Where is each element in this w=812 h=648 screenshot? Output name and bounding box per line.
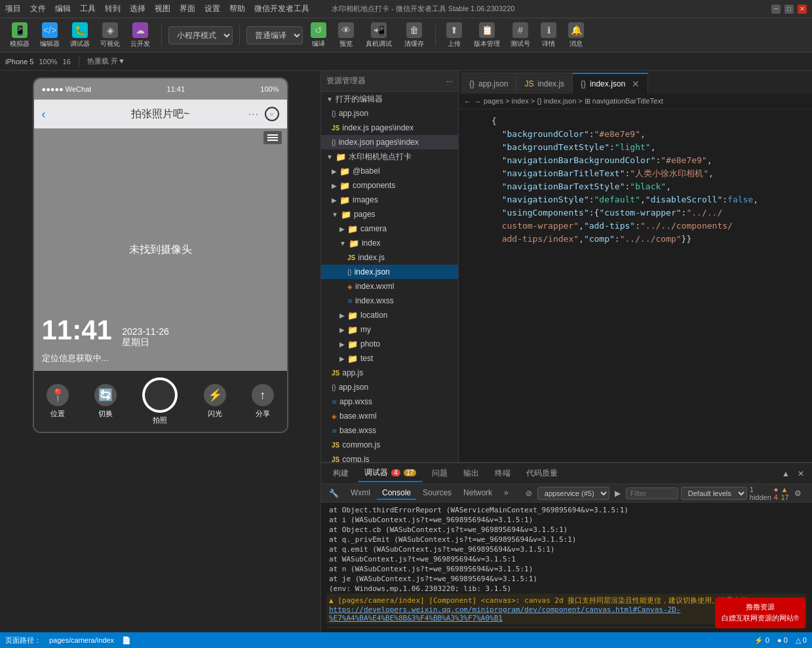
- maximize-button[interactable]: □: [784, 5, 794, 14]
- simulator-button[interactable]: 📱 模拟器: [5, 21, 34, 50]
- menu-item-project[interactable]: 项目: [5, 3, 21, 14]
- detail-button[interactable]: ℹ 详情: [537, 21, 560, 50]
- debug-panel-close-button[interactable]: ✕: [795, 468, 807, 480]
- menu-item-settings[interactable]: 设置: [204, 3, 220, 14]
- close-button[interactable]: ✕: [798, 5, 807, 14]
- phone-share-button[interactable]: ↑ 分享: [252, 384, 274, 419]
- folder-camera[interactable]: ▶ 📁 camera: [321, 221, 458, 236]
- breadcrumb-forward[interactable]: →: [474, 98, 481, 105]
- file-common-js[interactable]: JS common.js: [321, 438, 458, 452]
- open-file-app-json[interactable]: {} app.json: [321, 106, 458, 121]
- phone-switch-button[interactable]: 🔄 切换: [94, 384, 117, 419]
- file-index-js[interactable]: JS index.js: [321, 250, 458, 265]
- project-tree-header[interactable]: ▼ 📁 水印相机地点打卡: [321, 149, 458, 164]
- version-button[interactable]: 📋 版本管理: [470, 21, 504, 50]
- folder-photo[interactable]: ▶ 📁 photo: [321, 337, 458, 351]
- file-app-wxss[interactable]: ≋ app.wxss: [321, 394, 458, 409]
- file-explorer-more[interactable]: ···: [446, 77, 453, 86]
- phone-location-button[interactable]: 📍 位置: [47, 384, 69, 419]
- phone-back-button[interactable]: ‹: [42, 107, 46, 121]
- clearcache-button[interactable]: 🗑 清缓存: [400, 21, 429, 50]
- upload-button[interactable]: ⬆ 上传: [442, 21, 466, 50]
- tab-index-json[interactable]: {} index.json ✕: [573, 73, 648, 94]
- debug-tab-terminal[interactable]: 终端: [488, 465, 517, 482]
- file-index-wxml[interactable]: ◈ index.wxml: [321, 279, 458, 294]
- device-label[interactable]: iPhone 5: [5, 58, 33, 66]
- code-editor-area[interactable]: { "backgroundColor":"#e8e7e9", "backgrou…: [459, 109, 812, 462]
- debug-devtools-button[interactable]: 🔧: [326, 487, 341, 499]
- menu-item-help[interactable]: 帮助: [229, 3, 245, 14]
- realtest-button[interactable]: 📲 真机调试: [362, 21, 396, 50]
- debug-settings-button[interactable]: ⚙: [792, 487, 804, 499]
- file-index-wxss[interactable]: ≋ index.wxss: [321, 294, 458, 308]
- menu-item-select[interactable]: 选择: [130, 3, 145, 14]
- tab-app-json[interactable]: {} app.json: [461, 73, 516, 94]
- filter-input[interactable]: [626, 487, 678, 499]
- debug-tab-debugger[interactable]: 调试器 4 17: [358, 465, 423, 482]
- file-base-wxss[interactable]: ≋ base.wxss: [321, 423, 458, 438]
- debug-nav-console[interactable]: Console: [377, 487, 416, 500]
- phone-record-button[interactable]: ●: [265, 107, 279, 121]
- file-app-json[interactable]: {} app.json: [321, 380, 458, 394]
- levels-selector[interactable]: Default levels: [681, 487, 747, 500]
- folder-components[interactable]: ▶ 📁 components: [321, 178, 458, 193]
- compile-button[interactable]: ↺ 编译: [307, 21, 330, 50]
- debug-stop-button[interactable]: ⊘: [523, 487, 535, 499]
- phone-flash-button[interactable]: ⚡ 闪光: [204, 384, 226, 419]
- tab-index-js[interactable]: JS index.js: [516, 73, 573, 94]
- folder-my[interactable]: ▶ 📁 my: [321, 322, 458, 337]
- debugger-button[interactable]: 🐛 调试器: [66, 21, 94, 50]
- debug-panel-up-button[interactable]: ▲: [779, 468, 792, 480]
- menu-item-goto[interactable]: 转到: [105, 3, 121, 14]
- debug-nav-wxml[interactable]: Wxml: [345, 487, 376, 500]
- debug-tab-terminal-label: 终端: [495, 468, 511, 478]
- debug-tab-output[interactable]: 输出: [457, 465, 486, 482]
- folder-pages[interactable]: ▼ 📁 pages: [321, 207, 458, 221]
- menu-item-edit[interactable]: 编辑: [55, 3, 71, 14]
- open-file-index-js[interactable]: JS index.js pages\index: [321, 121, 458, 135]
- folder-test[interactable]: ▶ 📁 test: [321, 351, 458, 366]
- debug-tab-build[interactable]: 构建: [326, 465, 355, 482]
- appservice-selector[interactable]: appservice (#5): [537, 487, 609, 500]
- project-name: 水印相机地点打卡: [349, 151, 412, 162]
- debug-tab-problem[interactable]: 问题: [425, 465, 454, 482]
- notify-button[interactable]: 🔔 消息: [564, 21, 588, 50]
- debug-nav-sources[interactable]: Sources: [417, 487, 457, 500]
- menu-item-file[interactable]: 文件: [30, 3, 46, 14]
- file-comp-js[interactable]: JS comp.js: [321, 452, 458, 462]
- menu-item-tool[interactable]: 工具: [80, 3, 96, 14]
- menu-item-ui[interactable]: 界面: [180, 3, 195, 14]
- debug-nav-network[interactable]: Network: [458, 487, 497, 500]
- debug-nav-more[interactable]: »: [499, 487, 514, 500]
- folder-location[interactable]: ▶ 📁 location: [321, 308, 458, 322]
- debug-more-button[interactable]: ⋮: [807, 487, 812, 499]
- file-base-wxml[interactable]: ◈ base.wxml: [321, 409, 458, 423]
- phone-menu-overlay-button[interactable]: [263, 131, 282, 144]
- cloud-button[interactable]: ☁ 云开发: [126, 21, 155, 50]
- folder-images[interactable]: ▶ 📁 images: [321, 193, 458, 207]
- compile-select[interactable]: 普通编译: [246, 26, 303, 45]
- console-input[interactable]: [335, 630, 807, 632]
- editor-button[interactable]: </> 编辑器: [35, 21, 64, 50]
- debug-run-button[interactable]: ▶: [612, 487, 623, 499]
- mode-select[interactable]: 小程序模式: [168, 26, 233, 45]
- preview-button[interactable]: 👁 预览: [334, 21, 358, 50]
- minimize-button[interactable]: ─: [771, 5, 781, 14]
- file-index-json[interactable]: {} index.json: [321, 265, 458, 279]
- hot-reload-toggle[interactable]: 热重载 开▼: [87, 56, 125, 66]
- breadcrumb-back[interactable]: ←: [464, 98, 471, 105]
- menu-item-view[interactable]: 视图: [155, 3, 170, 14]
- folder-index[interactable]: ▼ 📁 index: [321, 236, 458, 250]
- folder-babel[interactable]: ▶ 📁 @babel: [321, 164, 458, 178]
- phone-capture-button[interactable]: 拍照: [142, 377, 178, 425]
- capture-icon: [142, 377, 178, 413]
- phone-more-button[interactable]: ···: [248, 109, 259, 119]
- visual-button[interactable]: ◈ 可视化: [96, 21, 125, 50]
- tab-close-button[interactable]: ✕: [632, 79, 640, 89]
- open-editors-header[interactable]: ▼ 打开的编辑器: [321, 92, 458, 106]
- testnum-button[interactable]: # 测试号: [508, 21, 533, 50]
- open-file-index-json[interactable]: {} index.json pages\index: [321, 135, 458, 149]
- menu-item-wechat[interactable]: 微信开发者工具: [254, 3, 309, 14]
- debug-tab-quality[interactable]: 代码质量: [520, 465, 564, 482]
- file-app-js[interactable]: JS app.js: [321, 366, 458, 380]
